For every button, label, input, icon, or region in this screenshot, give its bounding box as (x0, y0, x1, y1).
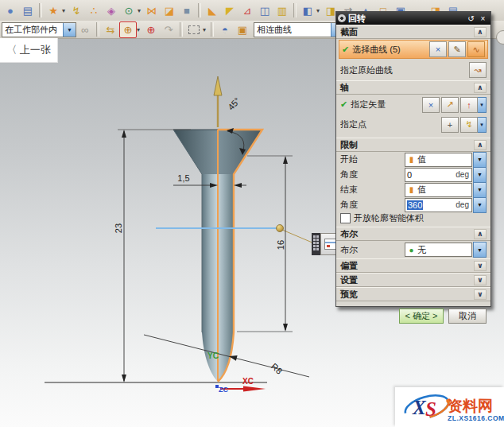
shell-icon[interactable]: ◧ (299, 2, 316, 19)
rotate-point-icon-glyph: ⊕ (147, 25, 156, 35)
boolean-collapse-icon[interactable]: ∧ (474, 229, 487, 239)
settings-group-header[interactable]: 设置 ∨ (336, 273, 490, 287)
start-angle-label: 角度 (340, 169, 405, 181)
axis-collapse-icon[interactable]: ∧ (474, 83, 487, 93)
dialog-close-icon[interactable]: × (477, 14, 489, 24)
clip-section-icon[interactable]: ▣ (234, 21, 251, 38)
widget-grip[interactable] (312, 233, 320, 255)
dialog-titlebar[interactable]: 回转 ↺ × (336, 12, 490, 25)
sketch-section-icon[interactable]: ✎ (448, 41, 466, 57)
section-collapse-icon[interactable]: ∧ (474, 27, 487, 37)
previous-image-button[interactable]: 〈 上一张 (0, 38, 58, 63)
origin-curve-icon[interactable]: ↝ (469, 62, 487, 78)
snap-point-icon[interactable]: ⊕ (119, 21, 137, 38)
extrude-icon[interactable]: ◪ (161, 2, 178, 19)
split-body-icon[interactable]: ◫ (256, 2, 273, 19)
point-type-dropdown-icon[interactable]: ▼ (478, 117, 487, 133)
marquee-select-icon-dropdown-icon[interactable]: ▾ (203, 26, 208, 33)
vector-type-icon[interactable]: ↑ (460, 97, 478, 113)
dialog-button-row: < 确定 > 取消 (336, 306, 490, 325)
boolean-combo-dropdown-icon[interactable]: ▼ (473, 242, 487, 258)
marquee-select-icon[interactable] (185, 21, 203, 38)
boolean-unite-icon-glyph: ⊙ (125, 6, 134, 16)
end-combo-dropdown-icon[interactable]: ▼ (473, 182, 487, 198)
point-pattern-icon[interactable]: ◈ (103, 2, 120, 19)
select-curves-row[interactable]: ✔ 选择曲线 (5) × ✎ ∿ (339, 40, 488, 59)
curve-rule-combo[interactable]: 相连曲线 ▼ (254, 22, 344, 37)
reverse-direction-icon[interactable]: ⇆ (102, 21, 119, 38)
drag-handle-ball[interactable] (277, 225, 284, 232)
bend-sheet-icon[interactable]: ◣ (204, 2, 221, 19)
specify-origin-curve-row[interactable]: 指定原始曲线 ↝ (336, 60, 490, 80)
vector-dialog-icon[interactable]: ↗ (441, 97, 459, 113)
limits-collapse-icon[interactable]: ∧ (474, 140, 487, 150)
sphere-feature-icon[interactable]: ● (2, 2, 19, 19)
deselect-icon[interactable]: × (429, 41, 447, 57)
unclip-section-icon[interactable]: ◓ (216, 21, 234, 38)
datum-point-set-icon[interactable]: ★ (45, 2, 62, 19)
point-cloud-icon[interactable]: ∴ (85, 2, 103, 19)
open-profile-checkbox[interactable] (340, 213, 351, 223)
block-feature-icon[interactable]: ▤ (19, 2, 37, 19)
deselect-vector-icon[interactable]: × (422, 97, 440, 113)
cancel-button[interactable]: 取消 (448, 309, 487, 324)
boolean-group-header[interactable]: 布尔 ∧ (336, 227, 490, 241)
link-icon[interactable]: ∞ (76, 21, 94, 38)
specify-point-row[interactable]: 指定点 + ↯▼ (336, 115, 490, 134)
spotlight-icon[interactable]: ↯ (68, 2, 85, 19)
specify-origin-curve-label: 指定原始曲线 (340, 64, 467, 76)
preview-group-header[interactable]: 预览 ∨ (336, 287, 490, 301)
dialog-reset-icon[interactable]: ↺ (465, 14, 477, 24)
axis-vector-arrowhead[interactable] (214, 76, 222, 95)
zc-label: ZC (219, 386, 228, 394)
limits-group-header[interactable]: 限制 ∧ (336, 138, 490, 152)
flange-icon[interactable]: ◤ (221, 2, 238, 19)
open-profile-row[interactable]: 开放轮廓智能体积 (336, 212, 490, 224)
scope-combo-value: 在工作部件内 (2, 24, 63, 36)
start-angle-options-icon[interactable]: ▼ (473, 167, 487, 183)
settings-expand-icon[interactable]: ∨ (474, 275, 487, 285)
point-inferred-icon[interactable]: ↯ (460, 117, 478, 133)
end-combo[interactable]: ▮ 值 (405, 183, 472, 197)
specify-vector-row[interactable]: ✔ 指定矢量 × ↗ ↑▼ (336, 95, 490, 115)
offset-expand-icon[interactable]: ∨ (474, 261, 487, 271)
scope-combo[interactable]: 在工作部件内 ▼ (2, 22, 76, 37)
move-disabled-icon[interactable]: ↷ (160, 21, 177, 38)
scope-combo-arrow-icon[interactable]: ▼ (63, 23, 76, 37)
start-combo-dropdown-icon[interactable]: ▼ (473, 152, 487, 168)
checkmark-icon: ✔ (340, 99, 347, 110)
dialog-options-gear-icon[interactable] (338, 14, 346, 22)
start-angle-value[interactable]: 0 (407, 170, 456, 180)
revolve-icon[interactable]: ■ (178, 2, 196, 19)
mirror-feature-icon-glyph: ⋈ (147, 6, 157, 16)
end-angle-value[interactable]: 360 (407, 200, 423, 210)
offset-group-header[interactable]: 偏置 ∨ (336, 258, 490, 273)
trim-body-icon[interactable]: ⊿ (238, 2, 256, 19)
point-dialog-icon[interactable]: + (441, 117, 459, 133)
snap-point-icon-dropdown-icon[interactable]: ▾ (137, 26, 142, 33)
thicken-icon[interactable]: ▥ (273, 2, 291, 19)
end-label: 结束 (340, 184, 405, 196)
end-angle-options-icon[interactable]: ▼ (473, 197, 487, 213)
boolean-unite-icon[interactable]: ⊙ (120, 2, 138, 19)
vector-type-dropdown-icon[interactable]: ▼ (478, 97, 487, 113)
shell-icon-dropdown-icon[interactable]: ▾ (316, 7, 322, 14)
dim-text-r8: R8 (269, 361, 284, 375)
ok-button[interactable]: < 确定 > (399, 309, 444, 324)
boolean-unite-icon-dropdown-icon[interactable]: ▾ (138, 7, 143, 14)
preview-expand-icon[interactable]: ∨ (474, 289, 487, 300)
boolean-group-label: 布尔 (340, 228, 358, 240)
link-icon-glyph: ∞ (81, 25, 88, 35)
datum-point-set-icon-dropdown-icon[interactable]: ▾ (62, 7, 68, 14)
boolean-combo[interactable]: ● 无 (405, 243, 472, 257)
axis-group-header[interactable]: 轴 ∧ (336, 80, 490, 95)
arrow-16-top (283, 156, 288, 164)
start-combo[interactable]: ▮ 值 (405, 153, 472, 167)
xc-label: XC (242, 377, 254, 386)
section-group-header[interactable]: 截面 ∧ (336, 25, 490, 39)
end-angle-input[interactable]: 360 deg (405, 198, 472, 212)
rotate-point-icon[interactable]: ⊕ (142, 21, 160, 38)
curve-select-icon[interactable]: ∿ (467, 41, 485, 57)
mirror-feature-icon[interactable]: ⋈ (143, 2, 161, 19)
start-angle-input[interactable]: 0 deg (405, 168, 472, 182)
